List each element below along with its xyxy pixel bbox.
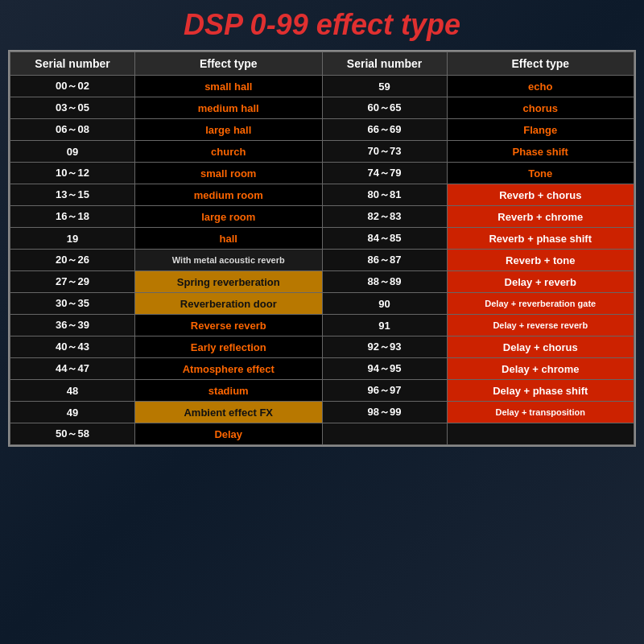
effect-type-right: Delay + chrome <box>447 358 634 380</box>
serial-number-left: 06～08 <box>10 119 135 141</box>
effect-type-left: small room <box>135 163 323 184</box>
effect-type-left: Reverse reverb <box>135 315 323 336</box>
effect-type-left: small hall <box>135 76 323 97</box>
serial-number-right <box>322 423 447 445</box>
serial-number-right: 60～65 <box>322 97 447 119</box>
serial-number-right: 84～85 <box>322 228 447 250</box>
serial-number-left: 13～15 <box>10 184 135 206</box>
effect-type-left: Reverberation door <box>135 293 323 315</box>
table-row: 20～26With metal acoustic reverb86～87Reve… <box>10 250 634 271</box>
effect-type-right <box>447 423 634 445</box>
serial-number-right: 70～73 <box>322 141 447 163</box>
page-wrapper: DSP 0-99 effect type Serial number Effec… <box>0 0 644 644</box>
serial-number-right: 82～83 <box>322 206 447 228</box>
serial-number-right: 91 <box>322 315 447 336</box>
effect-type-right: Phase shift <box>447 141 634 163</box>
serial-number-right: 66～69 <box>322 119 447 141</box>
serial-number-left: 50～58 <box>10 423 135 445</box>
serial-number-right: 90 <box>322 293 447 315</box>
serial-number-left: 49 <box>10 402 135 423</box>
table-row: 36～39Reverse reverb91Delay + reverse rev… <box>10 315 634 336</box>
table-row: 48stadium96～97Delay + phase shift <box>10 380 634 402</box>
serial-number-right: 98～99 <box>322 402 447 423</box>
serial-number-right: 92～93 <box>322 336 447 358</box>
effect-type-right: Flange <box>447 119 634 141</box>
serial-number-left: 19 <box>10 228 135 250</box>
table-row: 50～58Delay <box>10 423 634 445</box>
serial-number-left: 36～39 <box>10 315 135 336</box>
table-row: 03～05medium hall60～65chorus <box>10 97 634 119</box>
serial-number-right: 86～87 <box>322 250 447 271</box>
effect-type-left: Spring reverberation <box>135 271 323 293</box>
col-header-serial1: Serial number <box>10 52 135 76</box>
page-title: DSP 0-99 effect type <box>184 8 460 42</box>
col-header-effect1: Effect type <box>135 52 323 76</box>
serial-number-left: 00～02 <box>10 76 135 97</box>
table-row: 44～47Atmosphere effect94～95Delay + chrom… <box>10 358 634 380</box>
effect-type-left: medium room <box>135 184 323 206</box>
serial-number-right: 88～89 <box>322 271 447 293</box>
table-row: 30～35Reverberation door90Delay + reverbe… <box>10 293 634 315</box>
serial-number-right: 74～79 <box>322 163 447 184</box>
col-header-effect2: Effect type <box>447 52 634 76</box>
effect-type-right: Reverb + chrome <box>447 206 634 228</box>
effect-type-left: Ambient effect FX <box>135 402 323 423</box>
effect-type-right: Reverb + chorus <box>447 184 634 206</box>
effect-type-left: church <box>135 141 323 163</box>
effect-type-left: With metal acoustic reverb <box>135 250 323 271</box>
effect-type-right: Delay + phase shift <box>447 380 634 402</box>
serial-number-left: 27～29 <box>10 271 135 293</box>
main-table: Serial number Effect type Serial number … <box>10 52 634 445</box>
table-row: 06～08large hall66～69Flange <box>10 119 634 141</box>
effect-type-right: Tone <box>447 163 634 184</box>
effect-type-right: Reverb + phase shift <box>447 228 634 250</box>
effect-type-left: large hall <box>135 119 323 141</box>
serial-number-left: 03～05 <box>10 97 135 119</box>
serial-number-left: 44～47 <box>10 358 135 380</box>
effect-type-left: Atmosphere effect <box>135 358 323 380</box>
serial-number-right: 94～95 <box>322 358 447 380</box>
effect-type-right: Delay + reverb <box>447 271 634 293</box>
table-row: 16～18large room82～83Reverb + chrome <box>10 206 634 228</box>
effect-type-left: medium hall <box>135 97 323 119</box>
table-row: 09church70～73Phase shift <box>10 141 634 163</box>
table-row: 49Ambient effect FX98～99Delay + transpos… <box>10 402 634 423</box>
serial-number-left: 10～12 <box>10 163 135 184</box>
table-row: 40～43Early reflection92～93Delay + chorus <box>10 336 634 358</box>
effect-type-right: Delay + transposition <box>447 402 634 423</box>
table-row: 10～12small room74～79Tone <box>10 163 634 184</box>
effect-type-left: Delay <box>135 423 323 445</box>
serial-number-left: 20～26 <box>10 250 135 271</box>
col-header-serial2: Serial number <box>322 52 447 76</box>
serial-number-left: 09 <box>10 141 135 163</box>
effect-type-left: Early reflection <box>135 336 323 358</box>
effect-type-right: Delay + reverse reverb <box>447 315 634 336</box>
serial-number-left: 48 <box>10 380 135 402</box>
serial-number-right: 80～81 <box>322 184 447 206</box>
table-row: 27～29Spring reverberation88～89Delay + re… <box>10 271 634 293</box>
serial-number-left: 16～18 <box>10 206 135 228</box>
effect-type-right: chorus <box>447 97 634 119</box>
serial-number-left: 40～43 <box>10 336 135 358</box>
table-container: Serial number Effect type Serial number … <box>8 50 636 447</box>
effect-type-right: Delay + chorus <box>447 336 634 358</box>
header-row: Serial number Effect type Serial number … <box>10 52 634 76</box>
table-row: 19hall84～85Reverb + phase shift <box>10 228 634 250</box>
effect-type-left: hall <box>135 228 323 250</box>
table-row: 00～02small hall59echo <box>10 76 634 97</box>
effect-type-left: large room <box>135 206 323 228</box>
serial-number-left: 30～35 <box>10 293 135 315</box>
serial-number-right: 96～97 <box>322 380 447 402</box>
effect-type-right: echo <box>447 76 634 97</box>
effect-type-left: stadium <box>135 380 323 402</box>
table-row: 13～15medium room80～81Reverb + chorus <box>10 184 634 206</box>
effect-type-right: Delay + reverberation gate <box>447 293 634 315</box>
effect-type-right: Reverb + tone <box>447 250 634 271</box>
serial-number-right: 59 <box>322 76 447 97</box>
